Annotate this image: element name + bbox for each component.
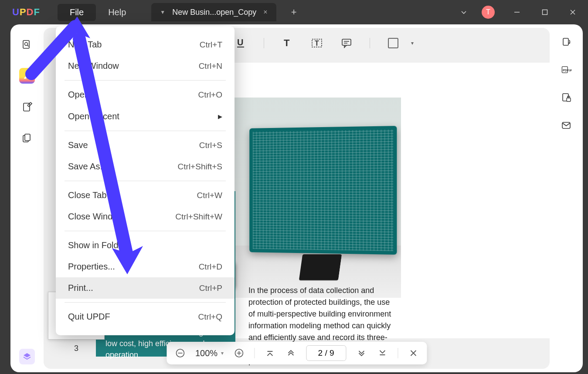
pdfa-icon[interactable]: PDF/A [561,64,571,77]
svg-text:T: T [284,37,290,48]
titlebar: UPDF File Help ▼ New Busin...open_Copy ×… [0,0,588,24]
underline-icon[interactable]: U [234,37,247,50]
menu-quit[interactable]: Quit UPDFCtrl+Q [56,306,235,327]
tab-add-button[interactable]: + [287,5,301,20]
menu-help[interactable]: Help [96,4,138,21]
window-maximize-icon[interactable] [535,3,555,21]
svg-rect-25 [563,38,568,45]
menu-separator [65,181,226,181]
menu-new-tab[interactable]: New TabCtrl+T [56,34,235,55]
shape-tool-icon[interactable] [387,37,400,50]
window-minimize-icon[interactable] [507,3,527,21]
menu-close-tab[interactable]: Close TabCtrl+W [56,185,235,206]
pager-toolbar: 100%▾ 2 / 9 [167,342,427,364]
menu-close-window[interactable]: Close WindowCtrl+Shift+W [56,206,235,227]
svg-rect-29 [567,98,571,101]
menu-open-recent[interactable]: Open Recent▸ [56,105,235,127]
tab-dropdown-icon[interactable]: ▼ [158,9,167,15]
textbox-tool-icon[interactable]: T [310,37,323,50]
menubar: File Help [58,4,138,21]
window-controls: T [454,0,583,24]
svg-rect-1 [543,10,547,15]
svg-text:PDF/A: PDF/A [563,68,571,72]
menu-print[interactable]: Print...Ctrl+P [56,277,235,299]
toolbar-separator [370,38,370,48]
file-menu-dropdown: New TabCtrl+T New WindowCtrl+N Open...Ct… [56,26,235,335]
app-logo: UPDF [12,7,40,18]
svg-line-4 [27,45,29,47]
svg-rect-15 [342,39,351,45]
lock-document-icon[interactable] [561,92,571,104]
svg-text:T: T [315,40,319,47]
menu-properties[interactable]: Properties...Ctrl+D [56,256,235,277]
search-icon[interactable] [19,37,35,52]
rotate-icon[interactable] [561,37,571,49]
svg-point-3 [25,43,28,46]
left-rail [10,24,44,372]
svg-rect-7 [25,134,30,141]
menu-separator [65,231,226,231]
mail-icon[interactable] [561,120,571,132]
tab-close-icon[interactable]: × [262,8,269,16]
pager-separator [398,348,398,358]
window-close-icon[interactable] [563,3,583,21]
last-page-icon[interactable] [377,347,388,359]
menu-separator [65,131,226,131]
menu-separator [65,80,226,81]
zoom-level[interactable]: 100%▾ [195,348,224,358]
document-tab[interactable]: ▼ New Busin...open_Copy × [151,3,276,21]
right-rail: PDF/A [550,24,583,372]
menu-open[interactable]: Open...Ctrl+O [56,84,235,105]
menu-show-in-folder[interactable]: Show in Folder [56,235,235,256]
first-page-icon[interactable] [264,347,275,359]
zoom-in-icon[interactable] [233,347,245,359]
thumbnail-page-number: 3 [48,344,105,353]
toolbar-separator [264,38,264,48]
submenu-arrow-icon: ▸ [218,111,222,121]
svg-rect-2 [23,40,29,48]
highlight-tool-icon[interactable] [19,68,35,84]
pager-separator [254,348,255,358]
menu-new-window[interactable]: New WindowCtrl+N [56,55,235,77]
menu-separator [65,302,226,303]
pages-tool-icon[interactable] [19,131,35,146]
zoom-out-icon[interactable] [174,347,186,359]
avatar[interactable]: T [482,6,495,19]
text-tool-icon[interactable]: T [281,37,294,50]
comment-tool-icon[interactable] [340,37,353,50]
tab-title: New Busin...open_Copy [172,8,256,17]
svg-text:U: U [237,37,243,47]
page-number-input[interactable]: 2 / 9 [306,345,346,361]
menu-save-as[interactable]: Save As...Ctrl+Shift+S [56,156,235,177]
edit-tool-icon[interactable] [19,99,35,115]
pager-close-icon[interactable] [408,347,419,359]
tab-strip: ▼ New Busin...open_Copy × + [151,3,301,21]
layers-icon[interactable] [19,349,35,364]
menu-save[interactable]: SaveCtrl+S [56,135,235,156]
next-page-icon[interactable] [356,347,367,359]
shape-dropdown-icon[interactable]: ▾ [406,37,419,50]
account-dropdown-icon[interactable] [454,3,474,21]
menu-file[interactable]: File [58,4,96,21]
prev-page-icon[interactable] [285,347,296,359]
